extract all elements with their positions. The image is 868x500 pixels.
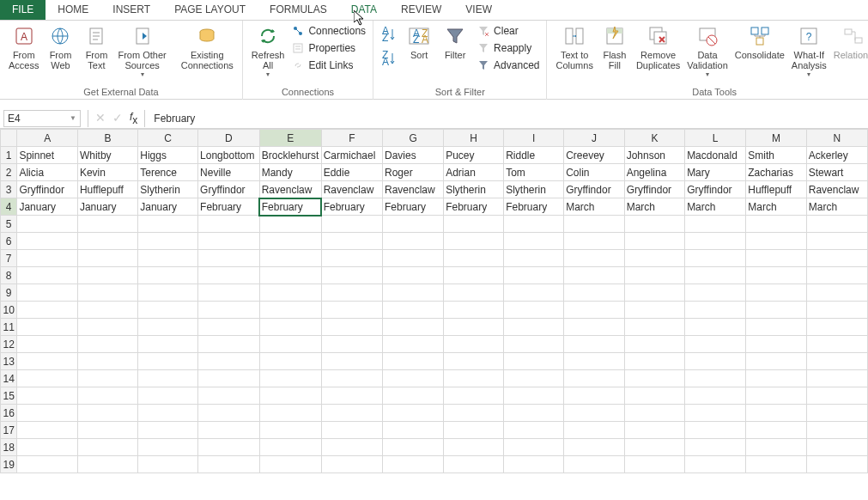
cell[interactable] [259, 284, 321, 302]
row-header[interactable]: 11 [1, 319, 17, 336]
cell[interactable] [77, 302, 137, 319]
column-header[interactable]: C [138, 130, 198, 147]
cell[interactable] [138, 302, 198, 319]
cell[interactable]: Adrian [444, 164, 504, 181]
cell[interactable] [77, 405, 137, 422]
cell[interactable]: Tom [504, 164, 564, 181]
cell[interactable] [685, 319, 746, 336]
cell[interactable]: Kevin [77, 164, 137, 181]
cell[interactable] [746, 370, 807, 387]
cell[interactable] [383, 216, 444, 233]
cell[interactable] [624, 353, 684, 370]
cell[interactable]: Whitby [77, 147, 137, 164]
column-header[interactable]: L [685, 130, 746, 147]
cell[interactable] [806, 267, 867, 284]
cell[interactable]: February [321, 198, 382, 216]
cell[interactable] [259, 319, 321, 336]
cell[interactable] [383, 250, 444, 267]
cell[interactable] [564, 267, 624, 284]
cell[interactable]: Eddie [321, 164, 382, 181]
cell[interactable] [564, 439, 624, 456]
cell[interactable]: Johnson [624, 147, 684, 164]
cell[interactable] [17, 336, 77, 353]
cell[interactable]: Creevey [564, 147, 624, 164]
cell[interactable]: Riddle [504, 147, 564, 164]
cell[interactable] [806, 216, 867, 233]
row-header[interactable]: 16 [1, 405, 17, 422]
cell[interactable]: Spinnet [17, 147, 77, 164]
cell[interactable] [17, 456, 77, 473]
cell[interactable] [77, 250, 137, 267]
cell[interactable] [138, 336, 198, 353]
existing-connections-button[interactable]: Existing Connections [178, 22, 237, 72]
cell[interactable]: February [198, 198, 260, 216]
row-header[interactable]: 14 [1, 370, 17, 387]
cell[interactable]: Gryffindor [564, 181, 624, 198]
cell[interactable] [198, 319, 260, 336]
relationships-button[interactable]: Relations [830, 22, 868, 62]
cell[interactable] [504, 353, 564, 370]
cell[interactable]: Ravenclaw [321, 181, 382, 198]
cell[interactable]: Slytherin [138, 181, 198, 198]
cell[interactable]: Ravenclaw [259, 181, 321, 198]
cell[interactable]: Alicia [17, 164, 77, 181]
cell[interactable] [806, 336, 867, 353]
cell[interactable] [17, 216, 77, 233]
cell[interactable]: Colin [564, 164, 624, 181]
row-header[interactable]: 2 [1, 164, 17, 181]
cell[interactable] [564, 456, 624, 473]
cell[interactable]: Stewart [806, 164, 867, 181]
row-header[interactable]: 19 [1, 456, 17, 473]
cell[interactable] [444, 267, 504, 284]
cell[interactable] [77, 387, 137, 405]
cell[interactable] [383, 267, 444, 284]
cell[interactable] [259, 216, 321, 233]
cell[interactable]: Longbottom [198, 147, 260, 164]
data-validation-button[interactable]: Data Validation▾ [683, 22, 731, 80]
cell[interactable] [259, 456, 321, 473]
cell[interactable] [685, 439, 746, 456]
tab-page-layout[interactable]: PAGE LAYOUT [162, 0, 258, 20]
cell[interactable] [17, 233, 77, 250]
cell[interactable] [746, 422, 807, 439]
cell[interactable] [444, 353, 504, 370]
enter-formula-button[interactable]: ✓ [112, 111, 123, 125]
cell[interactable] [321, 216, 382, 233]
cell[interactable] [17, 250, 77, 267]
cell[interactable]: February [383, 198, 444, 216]
column-header[interactable]: K [624, 130, 684, 147]
cell[interactable] [198, 422, 260, 439]
cell[interactable] [564, 336, 624, 353]
edit-links-button[interactable]: Edit Links [289, 57, 367, 74]
cell[interactable] [806, 405, 867, 422]
cell[interactable] [259, 267, 321, 284]
tab-review[interactable]: REVIEW [389, 0, 453, 20]
cell[interactable] [383, 405, 444, 422]
cell[interactable] [564, 422, 624, 439]
cell[interactable]: February [444, 198, 504, 216]
cell[interactable] [321, 250, 382, 267]
cell[interactable] [806, 284, 867, 302]
cell[interactable] [806, 370, 867, 387]
cell[interactable] [138, 439, 198, 456]
cell[interactable] [138, 250, 198, 267]
cell[interactable] [685, 456, 746, 473]
formula-input[interactable]: February [149, 113, 868, 125]
row-header[interactable]: 7 [1, 250, 17, 267]
cell[interactable] [624, 233, 684, 250]
cell[interactable] [564, 284, 624, 302]
cell[interactable] [504, 216, 564, 233]
cell[interactable]: March [685, 198, 746, 216]
cell[interactable]: Ravenclaw [806, 181, 867, 198]
cell[interactable] [624, 319, 684, 336]
cell[interactable] [383, 336, 444, 353]
cell[interactable] [444, 250, 504, 267]
from-other-sources-button[interactable]: From Other Sources▾ [114, 22, 169, 80]
cell[interactable] [806, 319, 867, 336]
row-header[interactable]: 13 [1, 353, 17, 370]
cell[interactable]: Hufflepuff [77, 181, 137, 198]
cell[interactable] [321, 422, 382, 439]
column-header[interactable]: F [321, 130, 382, 147]
cell[interactable] [321, 456, 382, 473]
row-header[interactable]: 9 [1, 284, 17, 302]
